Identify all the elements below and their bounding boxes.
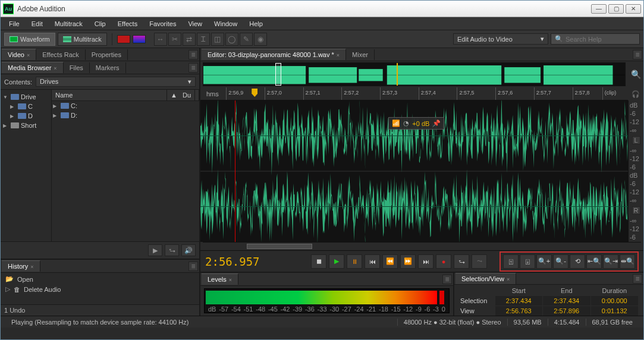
- spot-heal-tool-icon[interactable]: ◉: [254, 33, 267, 46]
- menu-help[interactable]: Help: [243, 18, 269, 29]
- editor-tab[interactable]: Editor: 03-dizplay-panoramic 48000 1.wav…: [202, 49, 346, 60]
- panel-menu-icon[interactable]: ≡: [442, 275, 452, 284]
- close-icon[interactable]: ×: [229, 277, 232, 283]
- rewind-button[interactable]: ⏪: [382, 254, 398, 269]
- overview-selection[interactable]: [275, 63, 281, 86]
- slip-tool-icon[interactable]: ⇄: [183, 33, 196, 46]
- lasso-tool-icon[interactable]: ◯: [225, 33, 238, 46]
- play-preview-button[interactable]: ▶: [148, 244, 162, 256]
- skip-selection-button[interactable]: ⤳: [472, 254, 487, 269]
- selection-duration[interactable]: 0:00.000: [590, 296, 639, 306]
- zoom-out-amplitude-button[interactable]: ⍗: [520, 254, 535, 269]
- razor-tool-icon[interactable]: ✂: [168, 33, 181, 46]
- tree-item-c[interactable]: ▶C: [2, 102, 50, 111]
- horizontal-scrollbar[interactable]: [203, 242, 641, 250]
- markers-tab[interactable]: Markers: [90, 62, 126, 73]
- panel-menu-icon[interactable]: ≡: [189, 262, 198, 271]
- spectral-pitch-button[interactable]: [133, 35, 146, 43]
- close-icon[interactable]: ×: [30, 264, 33, 270]
- menu-view[interactable]: View: [182, 18, 208, 29]
- autoplay-button[interactable]: ⮑: [165, 244, 179, 256]
- menu-favorites[interactable]: Favorites: [143, 18, 182, 29]
- tree-item-drive[interactable]: ▼Drive: [2, 92, 50, 102]
- headphone-icon[interactable]: 🎧: [628, 87, 643, 100]
- close-icon[interactable]: ×: [54, 65, 56, 71]
- record-button[interactable]: ●: [436, 254, 451, 269]
- tree-item-shortcuts[interactable]: ▶Short: [2, 121, 50, 130]
- spectral-freq-button[interactable]: [117, 35, 130, 43]
- pause-button[interactable]: ⏸: [347, 254, 362, 269]
- levels-tab[interactable]: Levels×: [202, 273, 238, 285]
- menu-clip[interactable]: Clip: [89, 18, 112, 29]
- overview-waveform[interactable]: [203, 62, 626, 86]
- zoom-in-time-button[interactable]: 🔍+: [536, 254, 552, 269]
- time-ruler[interactable]: hms 2:56,9 2:57,0 2:57,1 2:57,2 2:57,3 2…: [200, 87, 628, 100]
- list-item[interactable]: ▶C:: [52, 101, 199, 111]
- panel-menu-icon[interactable]: ≡: [633, 274, 642, 284]
- multitrack-mode-button[interactable]: Multitrack: [58, 33, 107, 46]
- zoom-to-selection-button[interactable]: ⇹🔍: [620, 254, 635, 269]
- move-tool-icon[interactable]: ↔: [154, 33, 167, 46]
- volume-hud[interactable]: 📶 ◔ +0 dB 📌: [388, 117, 444, 130]
- menu-edit[interactable]: Edit: [26, 18, 49, 29]
- zoom-out-full-button[interactable]: 🔍: [628, 61, 643, 87]
- selection-end[interactable]: 2:37.434: [543, 296, 591, 306]
- media-browser-tab[interactable]: Media Browser×: [2, 62, 64, 73]
- stop-button[interactable]: ◼: [311, 254, 326, 269]
- effects-rack-tab[interactable]: Effects Rack: [36, 49, 86, 60]
- contents-dropdown[interactable]: Drives▾: [36, 77, 196, 87]
- channel-l[interactable]: L: [632, 136, 640, 144]
- zoom-selection-out-button[interactable]: 🔍⇥: [603, 254, 618, 269]
- loop-playback-button[interactable]: ⮑: [454, 254, 469, 269]
- list-item[interactable]: ▶D:: [52, 111, 199, 120]
- waveform-mode-button[interactable]: Waveform: [4, 33, 55, 46]
- zoom-reset-button[interactable]: ⟲: [570, 254, 585, 269]
- brush-tool-icon[interactable]: ✎: [240, 33, 253, 46]
- go-end-button[interactable]: ⏭: [418, 254, 433, 269]
- selection-start[interactable]: 2:37.434: [495, 296, 543, 306]
- menu-window[interactable]: Window: [208, 18, 243, 29]
- files-tab[interactable]: Files: [64, 62, 90, 73]
- history-item-open[interactable]: 📂Open: [3, 274, 197, 284]
- view-start[interactable]: 2:56.763: [495, 306, 543, 316]
- level-meter[interactable]: dB-57-54-51-48-45-42-39-36-33-30-27-24-2…: [204, 288, 450, 313]
- go-start-button[interactable]: ⏮: [365, 254, 380, 269]
- search-help-input[interactable]: 🔍: [551, 33, 640, 45]
- zoom-selection-in-button[interactable]: ⇤🔍: [586, 254, 602, 269]
- marquee-tool-icon[interactable]: ◫: [211, 33, 224, 46]
- panel-menu-icon[interactable]: ≡: [633, 50, 642, 59]
- history-item-delete[interactable]: ▷🗑Delete Audio: [3, 284, 197, 294]
- pin-icon[interactable]: 📌: [432, 119, 441, 127]
- close-icon[interactable]: ×: [507, 276, 510, 282]
- selection-view-tab[interactable]: Selection/View×: [455, 273, 516, 284]
- tree-item-d[interactable]: ▶D: [2, 111, 50, 121]
- menu-multitrack[interactable]: Multitrack: [49, 18, 89, 29]
- zoom-in-amplitude-button[interactable]: ⍐: [503, 254, 519, 269]
- view-duration[interactable]: 0:01.132: [590, 306, 639, 316]
- workspace-dropdown[interactable]: Edit Audio to Video▾: [453, 33, 548, 45]
- fast-forward-button[interactable]: ⏩: [400, 254, 416, 269]
- mixer-tab[interactable]: Mixer: [346, 49, 375, 60]
- zoom-out-time-button[interactable]: 🔍-: [553, 254, 568, 269]
- timecode-display[interactable]: 2:56.957: [205, 255, 282, 268]
- menu-file[interactable]: File: [3, 18, 26, 29]
- close-icon[interactable]: ×: [27, 52, 30, 58]
- channel-r[interactable]: R: [632, 206, 640, 215]
- menu-effects[interactable]: Effects: [112, 18, 143, 29]
- panel-menu-icon[interactable]: ≡: [189, 50, 198, 59]
- loop-button[interactable]: 🔊: [181, 244, 196, 256]
- playhead-marker-icon[interactable]: [252, 89, 257, 97]
- col-duration[interactable]: ▲ Du: [167, 90, 199, 100]
- video-tab[interactable]: Video×: [2, 49, 36, 60]
- scrollbar-thumb[interactable]: [247, 244, 313, 249]
- close-button[interactable]: ✕: [626, 4, 641, 14]
- maximize-button[interactable]: ▢: [608, 4, 624, 14]
- view-end[interactable]: 2:57.896: [543, 306, 591, 316]
- waveform-editor[interactable]: 📶 ◔ +0 dB 📌 dB-6-12-∞ L -∞-12-6 dB-6-12-…: [200, 100, 643, 242]
- history-tab[interactable]: History×: [2, 260, 40, 272]
- panel-menu-icon[interactable]: ≡: [189, 63, 198, 73]
- properties-tab[interactable]: Properties: [86, 49, 128, 60]
- col-name[interactable]: Name: [52, 90, 167, 100]
- time-select-tool-icon[interactable]: Ꮖ: [197, 33, 210, 46]
- minimize-button[interactable]: —: [591, 4, 607, 14]
